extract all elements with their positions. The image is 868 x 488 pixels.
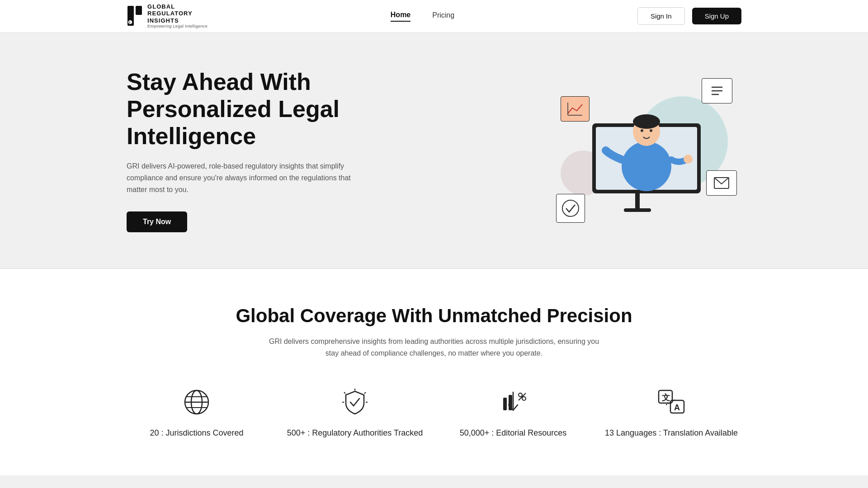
- svg-point-17: [633, 114, 660, 129]
- logo-tagline: Empowering Legal Intelligence: [147, 24, 208, 29]
- logo-name-line1: GLOBAL: [147, 3, 208, 10]
- illustration-mail-card: [706, 170, 737, 196]
- svg-text:i: i: [129, 20, 130, 24]
- svg-rect-11: [635, 191, 640, 209]
- svg-line-27: [364, 392, 366, 394]
- try-now-button[interactable]: Try Now: [127, 211, 187, 232]
- navbar: i GLOBAL REGULATORY INSIGHTS Empowering …: [0, 0, 868, 33]
- svg-point-34: [519, 393, 522, 397]
- nav-link-pricing[interactable]: Pricing: [432, 11, 454, 21]
- nav-links: Home Pricing: [391, 11, 454, 22]
- stat-authorities-label: 500+ : Regulatory Authorities Tracked: [287, 427, 423, 439]
- shield-check-icon: [339, 386, 371, 418]
- svg-point-10: [562, 200, 579, 216]
- illustration-person-monitor: [583, 96, 710, 232]
- stats-section: Global Coverage With Unmatched Precision…: [0, 269, 868, 475]
- logo-name-line2: REGULATORY: [147, 10, 208, 17]
- signup-button[interactable]: Sign Up: [692, 8, 741, 24]
- stat-editorial-label: 50,000+ : Editorial Resources: [460, 427, 567, 439]
- illustration-check-card: [556, 194, 585, 223]
- globe-icon: [180, 386, 213, 418]
- svg-point-18: [641, 129, 643, 132]
- stat-languages: 文 A 13 Languages : Translation Available: [601, 386, 741, 439]
- stats-grid: 20 : Jurisdictions Covered 500+ : Regula…: [127, 386, 741, 439]
- stat-authorities: 500+ : Regulatory Authorities Tracked: [285, 386, 425, 439]
- hero-title: Stay Ahead With Personalized Legal Intel…: [127, 69, 416, 150]
- hero-description: GRI delivers AI-powered, role-based regu…: [127, 160, 362, 195]
- svg-point-20: [684, 155, 693, 164]
- nav-link-home[interactable]: Home: [391, 11, 410, 22]
- stats-description: GRI delivers comprehensive insights from…: [262, 336, 606, 359]
- svg-rect-33: [509, 395, 512, 410]
- svg-line-28: [344, 392, 345, 394]
- hero-illustration: [552, 69, 741, 232]
- svg-point-19: [650, 129, 652, 132]
- translate-icon: 文 A: [655, 386, 688, 418]
- signin-button[interactable]: Sign In: [637, 7, 685, 25]
- logo-name-line3: INSIGHTS: [147, 17, 208, 24]
- svg-rect-12: [624, 208, 651, 212]
- stat-editorial: 50,000+ : Editorial Resources: [443, 386, 583, 439]
- hero-content: Stay Ahead With Personalized Legal Intel…: [127, 69, 416, 232]
- nav-actions: Sign In Sign Up: [637, 7, 741, 25]
- svg-rect-32: [503, 398, 507, 410]
- percent-down-icon: [497, 386, 529, 418]
- svg-text:A: A: [674, 403, 680, 412]
- svg-text:文: 文: [662, 393, 670, 402]
- stat-jurisdictions-label: 20 : Jurisdictions Covered: [150, 427, 243, 439]
- logo-icon: i: [127, 5, 143, 27]
- svg-point-15: [622, 141, 671, 191]
- logo-text: GLOBAL REGULATORY INSIGHTS Empowering Le…: [147, 3, 208, 29]
- logo[interactable]: i GLOBAL REGULATORY INSIGHTS Empowering …: [127, 3, 208, 29]
- stat-languages-label: 13 Languages : Translation Available: [605, 427, 738, 439]
- stat-jurisdictions: 20 : Jurisdictions Covered: [127, 386, 267, 439]
- svg-rect-1: [136, 6, 142, 15]
- stats-header: Global Coverage With Unmatched Precision…: [127, 305, 741, 359]
- svg-point-35: [522, 397, 526, 400]
- stats-title: Global Coverage With Unmatched Precision: [127, 305, 741, 327]
- hero-section: Stay Ahead With Personalized Legal Intel…: [0, 33, 868, 269]
